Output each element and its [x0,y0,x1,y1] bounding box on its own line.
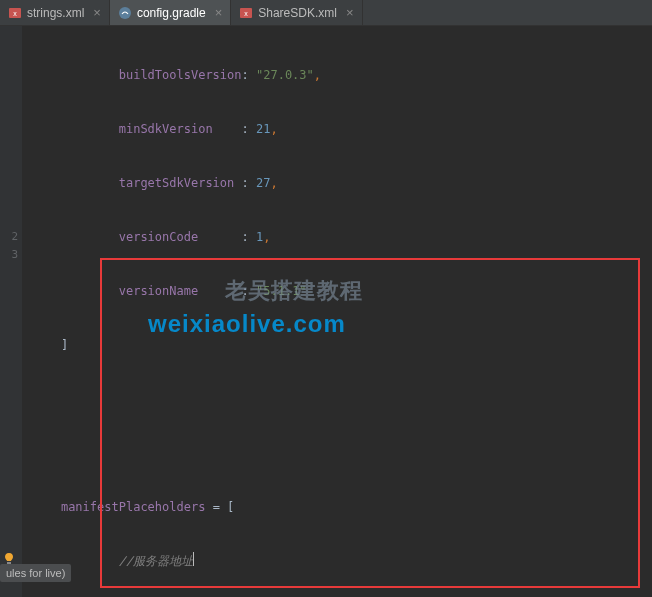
tab-sharesdk-xml[interactable]: x ShareSDK.xml × [231,0,362,25]
xml-file-icon: x [239,6,253,20]
line-gutter: 23 [0,26,22,597]
close-icon[interactable]: × [215,5,223,20]
tab-config-gradle[interactable]: config.gradle × [110,0,231,25]
code-content[interactable]: buildToolsVersion: "27.0.3", minSdkVersi… [22,26,652,597]
tab-label: ShareSDK.xml [258,6,337,20]
gradle-file-icon [118,6,132,20]
tab-strings-xml[interactable]: x strings.xml × [0,0,110,25]
hint-popup: ules for live) [0,564,71,582]
text-caret [193,552,194,566]
editor-tabs: x strings.xml × config.gradle × x ShareS… [0,0,652,26]
close-icon[interactable]: × [346,5,354,20]
editor-area: 23 buildToolsVersion: "27.0.3", minSdkVe… [0,26,652,597]
svg-text:x: x [245,10,249,17]
tab-label: config.gradle [137,6,206,20]
svg-text:x: x [13,10,17,17]
tab-label: strings.xml [27,6,84,20]
close-icon[interactable]: × [93,5,101,20]
svg-point-2 [119,7,131,19]
xml-file-icon: x [8,6,22,20]
